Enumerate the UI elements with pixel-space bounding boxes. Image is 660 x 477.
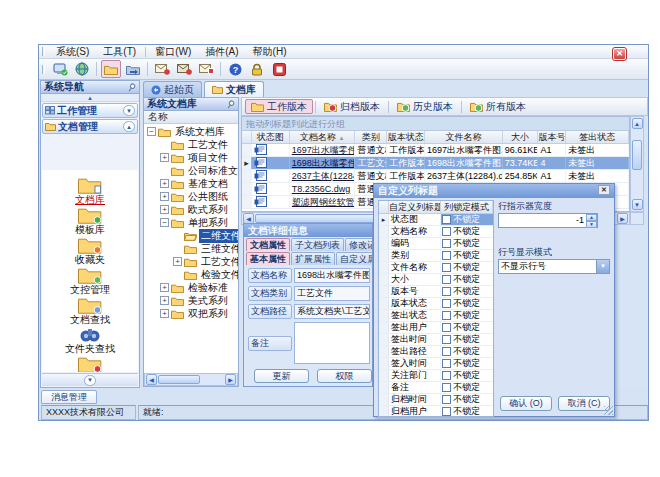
dialog-column-row[interactable]: 签出路径不锁定 — [379, 346, 493, 358]
detail-tab-基本属性[interactable]: 基本属性 — [246, 252, 290, 265]
row-number-mode-select[interactable]: 不显示行号 ▼ — [498, 259, 610, 274]
expand-icon[interactable]: + — [160, 205, 169, 214]
column-header-版本号[interactable]: 版本号 — [538, 131, 566, 143]
lock-mode-cell[interactable]: 不锁定 — [441, 250, 493, 261]
dialog-close-icon[interactable]: ✕ — [598, 185, 610, 195]
lock-checkbox[interactable] — [442, 371, 451, 380]
sidebar-item-模板库[interactable]: 模板库 — [44, 205, 136, 235]
table-row[interactable]: 2637主体(12284).dwg普通文档工作版本2637主体(12284).d… — [242, 170, 629, 183]
exit-button[interactable] — [269, 60, 289, 78]
tree-node[interactable]: +公共图纸 — [144, 190, 238, 203]
detail-tab-子文档列表[interactable]: 子文档列表 — [291, 238, 344, 251]
sidebar-group-work[interactable]: 工作管理 ▼ — [42, 103, 138, 118]
close-pane-button[interactable]: ✕ — [613, 48, 626, 60]
dialog-column-row[interactable]: 文件名称不锁定 — [379, 262, 493, 274]
tree-node[interactable]: −单把系列 — [144, 216, 238, 229]
globe-button[interactable] — [72, 60, 92, 78]
lock-checkbox[interactable] — [442, 359, 451, 368]
tree-node[interactable]: +检验标准 — [144, 281, 238, 294]
sidebar-scroll-down[interactable]: ▼ — [42, 373, 138, 386]
dialog-column-row[interactable]: 类别不锁定 — [379, 250, 493, 262]
lock-mode-cell[interactable]: 不锁定 — [441, 274, 493, 285]
document-link[interactable]: 1698出水嘴零件图.dwg — [292, 158, 356, 168]
lock-checkbox[interactable] — [442, 395, 451, 404]
open-library-folder-button[interactable] — [101, 60, 121, 78]
lock-checkbox[interactable] — [442, 347, 451, 356]
lock-mode-cell[interactable]: 不锁定 — [441, 358, 493, 369]
tree-node[interactable]: 二维文件 — [144, 229, 238, 242]
lock-checkbox[interactable] — [442, 239, 451, 248]
lock-checkbox[interactable] — [442, 311, 451, 320]
column-header-大小[interactable]: 大小 — [503, 131, 539, 143]
lock-checkbox[interactable] — [442, 227, 451, 236]
dialog-column-row[interactable]: 关注部门不锁定 — [379, 370, 493, 382]
version-button-归档版本[interactable]: 归档版本 — [318, 99, 386, 114]
lock-mode-cell[interactable]: 不锁定 — [441, 346, 493, 357]
lock-mode-cell[interactable]: 不锁定 — [441, 226, 493, 237]
chevron-down-icon[interactable]: ▼ — [123, 105, 135, 116]
tree-node[interactable]: 工艺文件 — [144, 138, 238, 151]
scroll-thumb[interactable] — [255, 214, 380, 223]
lock-checkbox[interactable] — [442, 299, 451, 308]
tree-node[interactable]: 检验文件 — [144, 268, 238, 281]
row-indicator-width-spinner[interactable]: -1 ▲ ▼ — [498, 213, 598, 228]
dialog-column-row[interactable]: 签出状态不锁定 — [379, 310, 493, 322]
lock-checkbox[interactable] — [442, 287, 451, 296]
document-link[interactable]: T8.2356C.dwg — [292, 184, 351, 194]
tree-node[interactable]: +基准文档 — [144, 177, 238, 190]
scroll-down-icon[interactable]: ▼ — [632, 199, 643, 210]
permissions-button[interactable]: 权限 — [317, 369, 372, 383]
doc-name-value[interactable]: 1698出水嘴零件图.dwg — [294, 268, 370, 283]
lock-checkbox[interactable] — [442, 323, 451, 332]
document-link[interactable]: 2637主体(12284).dwg — [292, 171, 356, 181]
dialog-column-row[interactable]: 文档名称不锁定 — [379, 226, 493, 238]
sidebar-item-文件夹查找[interactable]: 文件夹查找 — [44, 325, 136, 354]
resize-grip[interactable] — [604, 406, 613, 415]
lock-checkbox[interactable] — [442, 263, 451, 272]
doc-path-value[interactable]: 系统文档夹\工艺文件\ — [294, 304, 370, 319]
expand-icon[interactable]: + — [160, 179, 169, 188]
version-button-工作版本[interactable]: 工作版本 — [245, 99, 313, 114]
mail-send-button[interactable] — [152, 60, 172, 78]
sidebar-item-文控管理[interactable]: 文控管理 — [44, 265, 136, 295]
lock-mode-cell[interactable]: 不锁定 — [441, 286, 493, 297]
tree-column-header[interactable]: 名称 — [144, 111, 238, 124]
lock-mode-cell[interactable]: 不锁定 — [441, 238, 493, 249]
lock-mode-cell[interactable]: 不锁定 — [441, 310, 493, 321]
spinner-up-icon[interactable]: ▲ — [586, 214, 597, 221]
doc-category-value[interactable]: 工艺文件 — [294, 286, 370, 301]
tab-start-page[interactable]: 起始页 — [143, 81, 202, 97]
help-button[interactable]: ? — [225, 60, 245, 78]
dialog-column-row[interactable]: 签出时间不锁定 — [379, 334, 493, 346]
confirm-button[interactable]: 确认 (O) — [500, 396, 552, 411]
lock-button[interactable] — [247, 60, 267, 78]
document-link[interactable]: 塑滤网钢丝软管(+... — [292, 197, 356, 207]
lock-checkbox[interactable] — [442, 335, 451, 344]
tree-node[interactable]: +双把系列 — [144, 307, 238, 320]
scroll-thumb[interactable] — [158, 375, 200, 384]
sidebar-group-document[interactable]: 文档管理 ▲ — [42, 119, 138, 134]
tree-node[interactable]: +工艺文件 — [144, 255, 238, 268]
dialog-column-row[interactable]: 签入时间不锁定 — [379, 358, 493, 370]
tree-horizontal-scrollbar[interactable]: ◀ ▶ — [144, 373, 238, 386]
expand-icon[interactable]: + — [160, 283, 169, 292]
sidebar-item-文档查找[interactable]: 文档查找 — [44, 295, 136, 325]
lock-checkbox[interactable] — [442, 383, 451, 392]
tree-node[interactable]: −系统文档库 — [144, 125, 238, 138]
expand-icon[interactable]: + — [160, 192, 169, 201]
detail-tab-修改记录[interactable]: 修改记录 — [345, 238, 372, 251]
lock-mode-cell[interactable]: 不锁定 — [441, 322, 493, 333]
column-header-文件名称[interactable]: 文件名称 — [425, 131, 503, 143]
dialog-column-row[interactable]: 编码不锁定 — [379, 238, 493, 250]
sidebar-scroll-up[interactable]: ▲ — [41, 94, 139, 102]
dialog-column-row[interactable]: 签出用户不锁定 — [379, 322, 493, 334]
lock-mode-cell[interactable]: 不锁定 — [441, 370, 493, 381]
lock-checkbox[interactable] — [442, 215, 451, 224]
sidebar-item-文档库[interactable]: 文档库 — [44, 175, 136, 205]
scroll-thumb[interactable] — [632, 140, 642, 170]
title-column-header[interactable]: 自定义列标题 — [389, 201, 441, 213]
dialog-column-row[interactable]: ▸状态图不锁定 — [379, 214, 493, 226]
dialog-column-row[interactable]: 版本号不锁定 — [379, 286, 493, 298]
tree-node[interactable]: +美式系列 — [144, 294, 238, 307]
chevron-up-icon[interactable]: ▲ — [123, 121, 135, 132]
